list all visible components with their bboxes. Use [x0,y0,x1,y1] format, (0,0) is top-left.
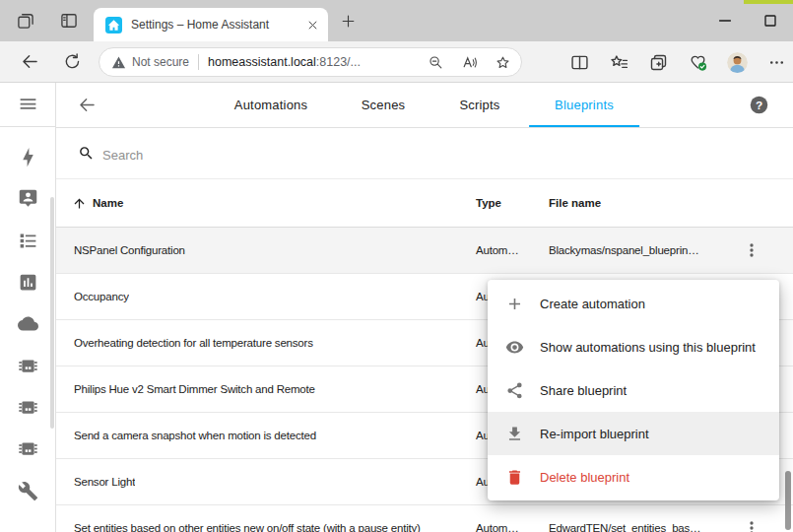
row-name: Overheating detection for all temperatur… [74,320,313,366]
tab-scripts[interactable]: Scripts [459,83,499,125]
sidebar-item-wrench-icon[interactable] [18,481,38,501]
row-name: Send a camera snapshot when motion is de… [74,413,316,458]
favorite-star-icon[interactable] [495,54,511,71]
settings-menu-button[interactable] [766,52,787,73]
menu-item-re-import-blueprint[interactable]: Re-import blueprint [488,412,779,455]
tab-scenes[interactable]: Scenes [362,83,406,125]
sidebar-item-cloud-icon[interactable] [18,313,38,334]
search-icon [78,145,95,162]
tab-close-icon[interactable] [305,18,320,33]
row-menu-button[interactable] [742,240,761,260]
address-divider [198,54,199,70]
tab-blueprints[interactable]: Blueprints [529,83,639,127]
sidebar-item-chip-icon[interactable] [18,397,38,418]
ha-sidebar [0,83,56,532]
browser-toolbar: Not secure homeassistant.local:8123/... [0,41,793,83]
share-icon [505,381,524,400]
sort-ascending-icon[interactable] [72,196,87,211]
tab-title: Settings – Home Assistant [131,18,305,32]
screen-edge-artifact [744,0,793,4]
address-bar[interactable]: Not secure homeassistant.local:8123/... [99,47,522,77]
table-header: Name Type File name [56,179,793,228]
url-text: homeassistant.local:8123/... [208,55,361,69]
row-name: Set entities based on other entities new… [74,505,421,532]
row-file-name: Blackymas/nspanel_blueprin… [549,228,699,273]
sidebar-item-list-icon[interactable] [18,231,38,251]
blueprints-page: AutomationsScenesScriptsBlueprints ? Nam… [56,83,793,532]
column-header-type[interactable]: Type [476,179,501,227]
search-input[interactable] [100,142,498,167]
row-name: Philips Hue v2 Smart Dimmer Switch and R… [74,366,315,412]
split-screen-icon[interactable] [569,52,590,73]
context-menu: Create automationShow automations using … [488,280,779,500]
zoom-out-icon[interactable] [428,54,444,71]
sidebar-menu-icon[interactable] [18,94,38,114]
table-row[interactable]: Set entities based on other entities new… [56,505,793,532]
menu-item-create-automation[interactable]: Create automation [488,282,779,325]
read-aloud-icon[interactable] [461,54,478,71]
row-type: Autom… [476,228,519,273]
browser-titlebar: Settings – Home Assistant [0,0,793,41]
menu-item-label: Re-import blueprint [540,427,649,441]
not-secure-label: Not secure [132,55,189,69]
menu-item-label: Share blueprint [540,383,627,398]
vertical-tabs-icon[interactable] [59,11,79,31]
menu-item-label: Show automations using this blueprint [540,340,756,355]
favorites-icon[interactable] [609,52,629,73]
row-name: Sensor Light [74,459,135,504]
eye-icon [505,338,524,357]
workspaces-icon[interactable] [16,11,35,31]
table-row[interactable]: NSPanel ConfigurationAutom…Blackymas/nsp… [56,228,793,274]
plus-icon [505,295,524,313]
browser-essentials-icon[interactable] [688,52,708,73]
menu-item-show-automations-using-this-blueprint[interactable]: Show automations using this blueprint [488,325,779,368]
sidebar-item-bar-chart-icon[interactable] [18,272,38,293]
sidebar-scrollbar-thumb[interactable] [50,197,54,429]
not-secure-warning-icon[interactable] [111,55,126,70]
menu-item-label: Create automation [540,297,645,311]
row-name: Occupancy [74,274,129,319]
menu-item-label: Delete blueprint [540,470,629,485]
new-tab-button[interactable] [340,13,357,30]
ha-header: AutomationsScenesScriptsBlueprints ? [56,83,793,128]
menu-item-share-blueprint[interactable]: Share blueprint [488,368,779,412]
download-icon [505,425,524,443]
browser-window: Settings – Home Assistant Not secure hom… [0,0,793,532]
collections-icon[interactable] [648,52,669,73]
sidebar-item-chip-icon[interactable] [18,356,38,376]
browser-tab[interactable]: Settings – Home Assistant [94,8,328,41]
sidebar-item-flash-icon[interactable] [18,147,38,167]
page-scrollbar-thumb[interactable] [785,471,791,530]
menu-item-delete-blueprint[interactable]: Delete blueprint [488,455,779,499]
help-button[interactable]: ? [749,95,769,115]
row-file-name: EdwardTEN/set_entities_bas… [549,505,700,532]
row-name: NSPanel Configuration [74,228,185,273]
maximize-button[interactable] [760,11,780,31]
refresh-button[interactable] [62,51,83,72]
ha-back-button[interactable] [77,95,98,115]
home-assistant-app: AutomationsScenesScriptsBlueprints ? Nam… [0,83,793,532]
minimize-button[interactable] [715,11,735,31]
home-assistant-favicon [105,17,122,33]
profile-avatar[interactable] [727,52,748,73]
svg-text:?: ? [756,99,762,112]
tab-automations[interactable]: Automations [234,83,307,125]
sidebar-item-person-badge-icon[interactable] [18,188,38,209]
column-header-name[interactable]: Name [93,179,123,227]
sidebar-divider [0,126,55,127]
sidebar-item-chip-icon[interactable] [18,438,38,459]
back-button[interactable] [20,51,40,72]
search-bar [56,128,793,179]
column-header-file-name[interactable]: File name [549,179,601,227]
row-type: Autom… [476,505,519,532]
row-menu-button[interactable] [742,518,761,532]
trash-icon [505,468,524,487]
